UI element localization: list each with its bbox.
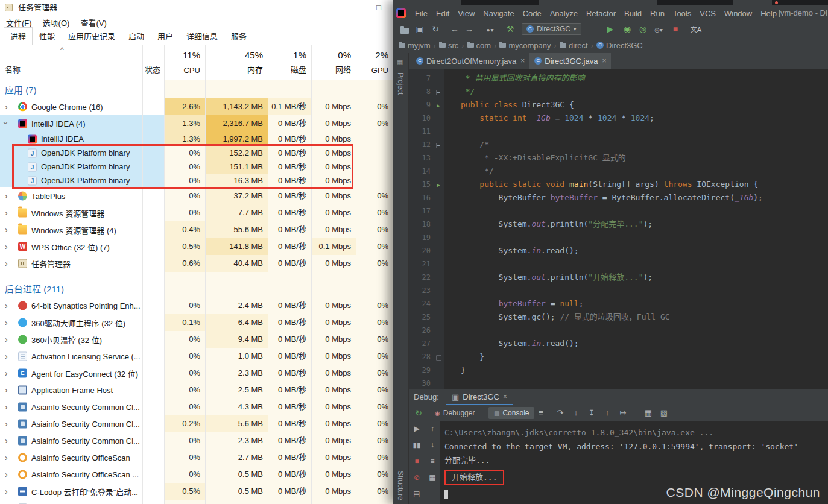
menu-analyze[interactable]: Analyze: [546, 9, 582, 18]
column-header-status[interactable]: 状态: [145, 63, 160, 75]
close-icon[interactable]: ×: [602, 57, 606, 65]
move-down-icon[interactable]: ↓: [425, 437, 440, 453]
process-row[interactable]: ›COM Surrogate: [0, 500, 393, 504]
rerun-icon[interactable]: ↻: [412, 407, 425, 419]
translate-icon[interactable]: [689, 23, 703, 35]
menu-view[interactable]: View: [454, 9, 479, 18]
process-row[interactable]: ›Activation Licensing Service (...0%1.0 …: [0, 348, 393, 365]
menu-navigate[interactable]: Navigate: [479, 9, 518, 18]
column-header-cpu[interactable]: 11% CPU: [164, 45, 205, 80]
debug-session-tab[interactable]: Direct3GC ×: [446, 389, 513, 405]
tab-进程[interactable]: 进程: [4, 27, 33, 45]
tab-用户[interactable]: 用户: [151, 27, 180, 45]
process-row[interactable]: OpenJDK Platform binary0%16.3 MB0 MB/秒0 …: [0, 174, 393, 187]
menu-run[interactable]: Run: [646, 9, 669, 18]
open-folder-icon[interactable]: [397, 23, 411, 35]
expand-arrow-icon[interactable]: ›: [5, 208, 8, 218]
fold-icon[interactable]: −: [436, 355, 441, 361]
minimize-button[interactable]: —: [337, 0, 365, 16]
breadcrumb-item[interactable]: src: [439, 41, 458, 50]
process-section-header[interactable]: 后台进程 (211): [0, 279, 393, 297]
process-row[interactable]: IntelliJ IDEA1.3%1,997.2 MB0 MB/秒0 Mbps: [0, 132, 393, 146]
sidebar-item-structure[interactable]: Structure: [396, 471, 405, 500]
process-row[interactable]: OpenJDK Platform binary0%151.1 MB0 MB/秒0…: [0, 160, 393, 174]
sync-icon[interactable]: [429, 23, 442, 35]
menu-window[interactable]: Window: [720, 9, 756, 18]
expand-arrow-icon[interactable]: ›: [5, 301, 8, 310]
coverage-button[interactable]: [636, 23, 649, 35]
sidebar-item-project[interactable]: Project: [396, 72, 405, 95]
breadcrumb-item[interactable]: myjvm: [399, 41, 431, 50]
menu-code[interactable]: Code: [519, 9, 546, 18]
tab-debugger[interactable]: Debugger: [429, 407, 480, 419]
process-row[interactable]: ›Application Frame Host0%2.5 MB0 MB/秒0 M…: [0, 382, 393, 398]
expand-arrow-icon[interactable]: ›: [5, 385, 8, 395]
column-header-gpu[interactable]: 2% GPU: [356, 45, 393, 80]
taskmgr-titlebar[interactable]: 任务管理器 — □: [0, 0, 393, 16]
code-editor[interactable]: 7 * 禁用显式回收对直接内存的影响8− */9▶public class Di…: [409, 69, 828, 389]
process-row[interactable]: ›IntelliJ IDEA (4)1.3%2,316.7 MB0 MB/秒0 …: [0, 115, 393, 132]
expand-arrow-icon[interactable]: ›: [5, 242, 8, 251]
step-out-icon[interactable]: ↑: [601, 407, 614, 419]
force-step-into-icon[interactable]: ↧: [585, 407, 598, 419]
profiler-dropdown-icon[interactable]: [652, 23, 665, 35]
breadcrumb-item[interactable]: com: [467, 41, 491, 50]
process-row[interactable]: ›TablePlus0%37.2 MB0 MB/秒0 Mbps0%: [0, 187, 393, 204]
fold-icon[interactable]: −: [436, 90, 441, 95]
process-row[interactable]: ›任务管理器0.6%40.4 MB0 MB/秒0 Mbps0%: [0, 255, 393, 272]
menu-item[interactable]: 查看(V): [80, 17, 106, 28]
breadcrumb-item[interactable]: mycompany: [499, 41, 551, 50]
expand-arrow-icon[interactable]: ›: [5, 335, 8, 344]
debug-button[interactable]: [621, 23, 634, 35]
tab-详细信息[interactable]: 详细信息: [180, 27, 224, 45]
menu-help[interactable]: Help: [756, 9, 781, 18]
resume-button[interactable]: ▶: [409, 421, 425, 437]
expand-arrow-icon[interactable]: ›: [5, 470, 8, 479]
column-header-network[interactable]: 0% 网络: [311, 45, 356, 80]
process-section-header[interactable]: 应用 (7): [0, 80, 393, 98]
save-all-icon[interactable]: [413, 23, 426, 35]
menu-tools[interactable]: Tools: [669, 9, 695, 18]
expand-arrow-icon[interactable]: ›: [5, 102, 8, 112]
expand-arrow-icon[interactable]: ›: [5, 487, 8, 496]
build-hammer-icon[interactable]: [504, 23, 517, 35]
expand-arrow-icon[interactable]: ›: [5, 191, 8, 201]
close-icon[interactable]: ×: [503, 392, 507, 401]
tab-应用历史记录[interactable]: 应用历史记录: [62, 27, 122, 45]
process-row[interactable]: ›64-bit Synaptics Pointing Enh...0%2.4 M…: [0, 297, 393, 314]
expand-arrow-icon[interactable]: ›: [5, 225, 8, 235]
process-row[interactable]: ›Asiainfo Security OfficeScan ...0%0.5 M…: [0, 466, 393, 483]
expand-arrow-icon[interactable]: ›: [5, 419, 8, 429]
process-row[interactable]: ›Windows 资源管理器 (4)0.4%55.6 MB0 MB/秒0 Mbp…: [0, 221, 393, 238]
expand-arrow-icon[interactable]: ›: [5, 436, 8, 446]
process-row[interactable]: OpenJDK Platform binary0%152.2 MB0 MB/秒0…: [0, 146, 393, 160]
menu-build[interactable]: Build: [620, 9, 646, 18]
step-into-icon[interactable]: ↓: [569, 407, 583, 419]
process-row[interactable]: ›Agent for EasyConnect (32 位)0%2.3 MB0 M…: [0, 365, 393, 382]
process-row[interactable]: ›Asiainfo Security Common Cl...0%4.3 MB0…: [0, 398, 393, 415]
stop-button[interactable]: [669, 23, 682, 35]
column-header-memory[interactable]: 45% 内存: [205, 45, 268, 80]
process-row[interactable]: ›Asiainfo Security Common Cl...0%2.3 MB0…: [0, 432, 393, 449]
run-gutter-icon[interactable]: ▶: [437, 102, 440, 109]
run-configuration-select[interactable]: C Direct3GC ▾: [522, 23, 581, 35]
expand-arrow-icon[interactable]: ›: [1, 122, 11, 125]
tab-console[interactable]: Console: [488, 407, 534, 419]
tool-window-icon[interactable]: ▦: [397, 58, 403, 66]
mute-breakpoints-button[interactable]: ⊘: [409, 470, 425, 486]
menu-item[interactable]: 选项(O): [43, 17, 70, 28]
expand-arrow-icon[interactable]: ›: [5, 351, 8, 361]
process-row[interactable]: ›C-Lodop 云打印“免登录”启动...0.5%0.5 MB0 MB/秒0 …: [0, 483, 393, 500]
editor-tab[interactable]: CDirect2OutOfMemory.java×: [411, 53, 529, 69]
process-row[interactable]: ›360小贝温控 (32 位)0%9.4 MB0 MB/秒0 Mbps0%: [0, 331, 393, 348]
process-row[interactable]: ›WPS Office (32 位) (7)0.5%141.8 MB0 MB/秒…: [0, 238, 393, 255]
forward-icon[interactable]: [463, 23, 476, 35]
menu-vcs[interactable]: VCS: [695, 9, 720, 18]
stop-debug-button[interactable]: ■: [409, 453, 425, 470]
breadcrumb-item[interactable]: CDirect3GC: [596, 41, 643, 50]
fold-icon[interactable]: −: [436, 143, 441, 148]
pause-button[interactable]: ▮▮: [409, 437, 425, 453]
editor-tab[interactable]: CDirect3GC.java×: [529, 53, 611, 69]
user-dropdown-icon[interactable]: [483, 23, 496, 35]
expand-arrow-icon[interactable]: ›: [5, 402, 8, 412]
